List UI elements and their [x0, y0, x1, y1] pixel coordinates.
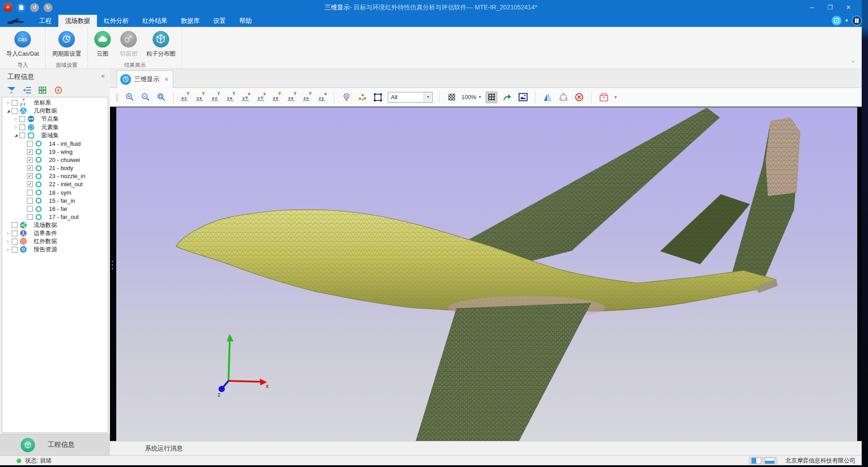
mesh-grid-toggle[interactable] [486, 92, 497, 103]
sidebar-footer[interactable]: 工程信息 [0, 434, 110, 455]
tree-checkbox[interactable] [19, 132, 25, 138]
sidebar-collapse-icon[interactable]: < [101, 73, 105, 79]
share-forward-icon[interactable] [501, 92, 513, 103]
view-front-xz-icon[interactable]: Yxz [180, 92, 190, 102]
menu-item-1[interactable]: 流场数据 [58, 15, 97, 27]
tree-checkbox[interactable] [12, 108, 18, 114]
help-book-icon[interactable] [852, 16, 862, 26]
tree-checkbox[interactable] [27, 206, 33, 212]
tree-item-流场数据[interactable]: 流场数据 [2, 221, 108, 229]
tree-expand-icon[interactable]: ▷ [13, 117, 19, 121]
particles-nodes-icon[interactable] [356, 92, 368, 103]
transparency-icon[interactable] [446, 92, 457, 103]
tree-item-几何数据[interactable]: ◢几何数据 [2, 107, 108, 115]
view-bottom-zy-icon[interactable]: xzY [256, 92, 267, 102]
tree-checkbox[interactable]: ✓ [27, 157, 33, 163]
tree-checkbox[interactable] [12, 222, 18, 228]
tree-item-17-far-out[interactable]: 17 - far_out [2, 213, 108, 221]
mirror-icon[interactable] [542, 92, 553, 103]
new-document-button[interactable] [17, 3, 26, 12]
close-button[interactable]: ✕ [846, 4, 851, 11]
tree-item-报告资源[interactable]: ▷报告资源 [2, 245, 108, 253]
more-tools-chevron-icon[interactable]: ▼ [614, 95, 618, 100]
panel-play-icon[interactable] [832, 16, 842, 26]
tree-item-16-far[interactable]: 16 - far [2, 205, 108, 213]
tree-checkbox[interactable]: ✓ [27, 165, 33, 171]
tree-checkbox[interactable]: ✓ [27, 173, 33, 179]
tree-checkbox[interactable]: ✓ [27, 149, 33, 155]
menu-item-0[interactable]: 工程 [32, 15, 58, 27]
filter-icon[interactable] [6, 85, 16, 95]
tree-checkbox[interactable] [12, 100, 18, 106]
cancel-icon[interactable] [573, 92, 585, 103]
tree-expand-icon[interactable]: ▷ [13, 125, 19, 129]
menu-item-4[interactable]: 数据库 [174, 15, 206, 27]
view-right-zx-icon[interactable]: Yzx [226, 92, 236, 102]
tree-checkbox[interactable] [19, 116, 25, 122]
minimize-button[interactable]: ─ [810, 4, 814, 11]
tree-checkbox[interactable] [19, 124, 25, 130]
tree-item-边界条件[interactable]: ▷边界条件 [2, 229, 108, 237]
tab-3d-display[interactable]: 三维显示 ✕ [117, 70, 173, 88]
panel-splitter-handle[interactable] [110, 256, 114, 274]
tree-expand-icon[interactable]: ▷ [5, 231, 12, 236]
snapshot-image-icon[interactable] [517, 92, 529, 103]
menu-item-2[interactable]: 红外分析 [97, 15, 136, 27]
target-icon[interactable] [53, 85, 63, 95]
combobox-dropdown-icon[interactable]: ▼ [424, 92, 432, 102]
tree-item-坐标系[interactable]: ▷Yzx坐标系 [2, 99, 108, 107]
tree-item-节点集[interactable]: ▷节点集 [2, 115, 108, 123]
ribbon-button-period-face[interactable]: 周期面设置 [48, 30, 85, 59]
tree-item-18-sym[interactable]: 18 - sym [2, 188, 108, 196]
tree-item-红外数据[interactable]: ▷红外数据 [2, 237, 108, 245]
zoom-in-icon[interactable] [124, 92, 136, 103]
tree-checkbox[interactable] [27, 190, 33, 196]
tree-item-面域集[interactable]: ◢面域集 [2, 131, 108, 140]
view-iso-2-icon[interactable]: Yzx [287, 92, 297, 102]
view-iso-3-icon[interactable]: Yzx [302, 92, 312, 102]
tree-checkbox[interactable] [12, 231, 18, 236]
tree-item-20-chuiwei[interactable]: ✓20 - chuiwei [2, 156, 108, 164]
zoom-out-icon[interactable] [140, 92, 151, 103]
collapse-ribbon-icon[interactable]: ⌃ [851, 60, 855, 66]
view-iso-1-icon[interactable]: Yzx [272, 92, 282, 102]
ribbon-button-cloud-map[interactable]: 云图 [91, 30, 114, 59]
tree-checkbox[interactable] [27, 141, 33, 147]
panel-dropdown-caret[interactable]: ▼ [845, 18, 849, 23]
app-icon[interactable]: ✦ [4, 3, 12, 12]
display-filter-combobox[interactable]: All ▼ [388, 92, 433, 103]
tree-expand-icon[interactable]: ▷ [5, 240, 12, 244]
ribbon-button-particle-distribution[interactable]: 粒子分布图 [143, 30, 179, 59]
tree-item-元素集[interactable]: ▷元素集 [2, 123, 108, 131]
layout-bottom-icon[interactable] [765, 458, 775, 464]
package-box-icon[interactable] [598, 92, 609, 103]
view-iso-4-icon[interactable]: xzy [317, 92, 328, 102]
grid-view-icon[interactable] [38, 85, 48, 95]
tree-collapse-icon[interactable]: ◢ [5, 109, 12, 113]
tree-checkbox[interactable]: ✓ [27, 181, 33, 187]
collapse-all-icon[interactable] [22, 85, 32, 95]
tree-checkbox[interactable] [12, 239, 18, 244]
menu-item-5[interactable]: 设置 [206, 15, 232, 27]
tree-collapse-icon[interactable]: ◢ [13, 133, 19, 137]
tree-item-22-inlet-out[interactable]: ✓22 - inlet_out [2, 180, 108, 188]
tree-checkbox[interactable] [27, 214, 33, 220]
tree-item-15-far-in[interactable]: 15 - far_in [2, 196, 108, 205]
tree-expand-icon[interactable]: ▷ [5, 101, 12, 105]
zoom-fit-icon[interactable] [155, 92, 167, 103]
view-back-zx-icon[interactable]: Yzx [195, 92, 206, 102]
link-nodes-icon[interactable] [557, 92, 569, 103]
view-top-zy-icon[interactable]: xzY [241, 92, 251, 102]
view-left-xz-icon[interactable]: Yxz [210, 92, 221, 102]
ribbon-button-cas[interactable]: cas导入Cas/Dat [3, 30, 43, 59]
layout-split-icon[interactable] [751, 458, 761, 464]
tree-checkbox[interactable] [27, 198, 33, 204]
tree-item-23-nozzle-in[interactable]: ✓23 - nozzle_in [2, 172, 108, 180]
viewport-3d[interactable]: x z [116, 107, 857, 441]
opacity-dropdown[interactable]: 100% ▼ [461, 94, 482, 100]
restore-button[interactable]: ❐ [827, 4, 833, 11]
tree-expand-icon[interactable]: ▷ [5, 248, 12, 252]
toolbar-grip[interactable] [116, 93, 118, 101]
redo-button[interactable]: ↻ [44, 3, 53, 12]
tree-item-19-wing[interactable]: ✓19 - wing [2, 148, 108, 156]
